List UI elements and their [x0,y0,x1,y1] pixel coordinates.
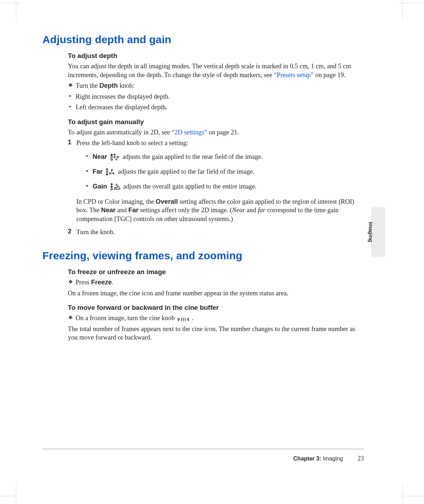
footer-page-number: 23 [344,455,364,462]
list-item-right: Right increases the displayed depth. [68,92,364,101]
text: adjusts the gain applied to the far fiel… [118,168,254,175]
heading-move-cine: To move forward or backward in the cine … [68,304,364,312]
text: Turn the [76,82,99,89]
paragraph-gain-note: In CPD or Color imaging, the Overall set… [76,197,364,224]
step-1-text: Press the left-hand knob to select a set… [76,139,188,146]
text: adjusts the gain applied to the near fie… [122,153,263,160]
italic-near: Near [232,207,245,214]
paragraph-gain-auto: To adjust gain automatically in 2D, see … [68,128,364,137]
step-press-freeze: ❖Press Freeze. [68,278,364,287]
paragraph-freeze-note: On a frozen image, the cine icon and fra… [68,289,364,298]
step-turn-depth-knob: ❖Turn the Depth knob: [68,81,364,90]
svg-point-10 [111,189,112,190]
page-footer: Chapter 3: Imaging 23 [293,455,364,462]
text: adjusts the overall gain applied to the … [123,183,257,190]
text: settings affect only the 2D image. ( [139,207,232,214]
keyword-near: Near [101,206,116,214]
keyword-freeze: Freeze [91,278,112,286]
svg-point-1 [111,156,112,157]
near-gain-icon [110,153,120,161]
text: and [116,207,128,214]
heading-freeze-unfreeze: To freeze or unfreeze an image [68,268,364,276]
list-item-far: Far [85,167,364,176]
far-gain-icon [105,168,116,176]
step-2-text: Turn the knob. [76,228,115,236]
step-1: 1 Press the left-hand knob to select a s… [68,139,364,225]
svg-point-2 [111,158,112,160]
svg-point-6 [106,174,108,175]
paragraph-cine-note: The total number of frames appears next … [68,325,364,342]
keyword-gain: Gain [93,183,107,190]
link-presets-setup[interactable]: “Presets setup” [274,71,314,79]
step-turn-cine-knob: ❖On a frozen image, turn the cine knob . [68,314,364,323]
italic-far: far [258,207,266,214]
svg-point-5 [106,171,108,173]
svg-point-0 [111,154,112,156]
keyword-depth: Depth [99,82,118,89]
diamond-bullet-icon: ❖ [68,315,73,320]
page-content: Adjusting depth and gain To adjust depth… [42,34,364,344]
keyword-near: Near [93,153,107,160]
step-number: 2 [68,228,76,236]
list-depth-directions: Right increases the displayed depth. Lef… [68,92,364,112]
text: and [245,207,258,214]
keyword-far: Far [128,206,139,214]
overall-gain-icon [110,183,121,191]
diamond-bullet-icon: ❖ [68,83,73,88]
heading-adjusting-depth-gain: Adjusting depth and gain [42,34,364,46]
text: To adjust gain automatically in 2D, see [68,129,172,136]
heading-freezing-viewing-zooming: Freezing, viewing frames, and zooming [42,250,364,262]
link-2d-settings[interactable]: “2D settings” [172,129,207,136]
footer-chapter-label: Chapter 3: [293,456,321,462]
section-tab: Imaging [371,207,385,257]
text: . [112,279,113,286]
text: on page 19. [314,71,346,79]
list-gain-settings: Near [85,152,364,191]
list-item-gain: Gain [85,182,364,191]
keyword-overall: Overall [156,198,178,205]
text: Press [76,279,91,286]
keyword-far: Far [93,168,103,175]
step-2: 2 Turn the knob. [68,228,364,236]
section-tab-label: Imaging [368,222,374,242]
svg-point-9 [111,186,112,187]
heading-to-adjust-depth: To adjust depth [68,52,364,60]
svg-point-8 [111,184,112,185]
svg-point-4 [106,169,108,170]
text: knob: [118,82,135,89]
footer-chapter-name: Imaging [323,456,343,462]
step-number: 1 [68,139,76,225]
text: On a frozen image, turn the cine knob [76,314,176,321]
text: In CPD or Color imaging, the [76,198,156,205]
heading-to-adjust-gain: To adjust gain manually [68,118,364,126]
list-item-near: Near [85,152,364,161]
list-item-left: Left decreases the displayed depth. [68,103,364,111]
cine-knob-icon [177,317,191,322]
diamond-bullet-icon: ❖ [68,279,73,285]
footer-rule [42,449,364,449]
text: on page 21. [207,129,239,136]
text: . [192,314,194,321]
paragraph-depth-intro: You can adjust the depth in all imaging … [68,62,364,79]
